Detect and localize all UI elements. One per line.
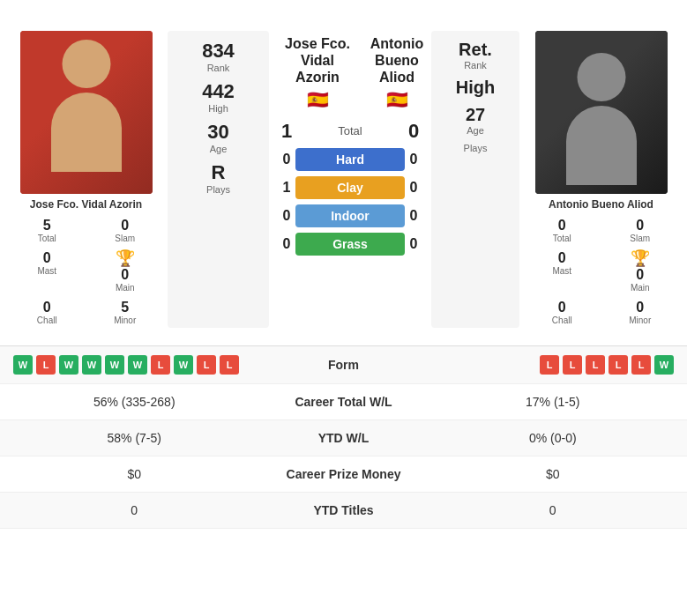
stat-row: 0YTD Titles0: [0, 493, 687, 529]
stat-row: 56% (335-268)Career Total W/L17% (1-5): [0, 384, 687, 420]
bottom-section: WLWWWWLWLL Form LLLLLW 56% (335-268)Care…: [0, 345, 687, 529]
match-panel: Jose Fco. VidalAzorin 🇪🇸 AntonioBueno Al…: [273, 31, 427, 328]
form-badge-right: L: [631, 355, 651, 375]
stat-row: $0Career Prize Money$0: [0, 456, 687, 493]
form-badge-left: W: [105, 355, 124, 375]
player-right-name: Antonio Bueno Aliod: [549, 198, 653, 211]
form-badge-left: W: [82, 355, 101, 375]
player-right-header-name: AntonioBueno Aliod: [357, 35, 437, 86]
player-right-photo: [535, 31, 668, 194]
main-container: Jose Fco. Vidal Azorin 5 Total 0 Slam 0 …: [0, 0, 687, 529]
form-badge-right: W: [654, 355, 674, 375]
stat-row-left-value: $0: [13, 467, 256, 481]
form-badge-right: L: [609, 355, 628, 375]
player-right-minor: 0 Minor: [602, 297, 679, 328]
trophy-icon-left: 🏆: [116, 249, 135, 267]
player-right-chall: 0 Chall: [524, 297, 601, 328]
player-right-total: 0 Total: [524, 215, 601, 246]
clay-badge: Clay: [295, 176, 405, 199]
player-left-minor: 5 Minor: [87, 297, 164, 328]
indoor-badge: Indoor: [295, 204, 405, 227]
stat-row-left-value: 0: [13, 503, 256, 517]
indoor-row: 0 Indoor 0: [278, 204, 422, 227]
right-age-stat: 27 Age: [466, 105, 485, 136]
right-plays-stat: Plays: [464, 143, 488, 153]
stat-row-center-label: Career Prize Money: [256, 467, 432, 481]
left-plays-stat: R Plays: [206, 161, 230, 195]
stat-row-right-value: 17% (1-5): [432, 395, 675, 409]
player-left-total: 5 Total: [9, 215, 86, 246]
player-right-stats: 0 Total 0 Slam 0 Mast 🏆 0 Main 0: [524, 215, 678, 328]
form-badge-left: W: [128, 355, 147, 375]
form-badge-left: L: [151, 355, 170, 375]
stat-row-left-value: 56% (335-268): [13, 395, 256, 409]
form-badge-left: W: [59, 355, 78, 375]
grass-badge: Grass: [295, 233, 405, 256]
player-left-flag: 🇪🇸: [278, 89, 357, 110]
stat-row-right-value: $0: [432, 467, 675, 481]
stat-row-right-value: 0: [432, 503, 675, 517]
player-right-mast: 0 Mast: [524, 248, 601, 295]
form-badges-left: WLWWWWLWLL: [13, 355, 291, 375]
left-rank-stat: 834 Rank: [202, 40, 235, 73]
player-left-photo: [20, 31, 153, 194]
player-names-header: [0, 0, 687, 18]
form-badge-right: L: [540, 355, 559, 375]
trophy-icon-right: 🏆: [631, 249, 650, 267]
form-row: WLWWWWLWLL Form LLLLLW: [0, 346, 687, 384]
form-badge-left: L: [197, 355, 216, 375]
player-right-slam: 0 Slam: [602, 215, 679, 246]
form-badge-left: W: [174, 355, 193, 375]
stat-row-left-value: 58% (7-5): [13, 431, 256, 445]
stat-row-center-label: Career Total W/L: [256, 395, 432, 409]
form-badge-left: L: [220, 355, 239, 375]
stat-row: 58% (7-5)YTD W/L0% (0-0): [0, 420, 687, 456]
right-high-stat: High: [456, 78, 495, 98]
player-left-trophy: 🏆 0 Main: [87, 248, 164, 295]
form-badge-left: L: [36, 355, 56, 375]
player-left-name: Jose Fco. Vidal Azorin: [30, 198, 142, 211]
right-stats-panel: Ret. Rank High 27 Age Plays: [431, 31, 519, 328]
form-label: Form: [291, 358, 397, 372]
total-score-row: 1 Total 0: [278, 120, 422, 143]
grass-row: 0 Grass 0: [278, 233, 422, 256]
top-section: Jose Fco. Vidal Azorin 5 Total 0 Slam 0 …: [0, 18, 687, 341]
form-badge-right: L: [563, 355, 582, 375]
form-badge-left: W: [13, 355, 33, 375]
right-rank-stat: Ret. Rank: [459, 40, 492, 71]
player-left-header-name: Jose Fco. VidalAzorin: [278, 35, 357, 86]
player-right-flag: 🇪🇸: [357, 89, 437, 110]
left-high-stat: 442 High: [202, 80, 235, 114]
left-age-stat: 30 Age: [207, 121, 228, 154]
player-left-slam: 0 Slam: [87, 215, 164, 246]
hard-badge: Hard: [295, 148, 405, 171]
left-center-panel: 834 Rank 442 High 30 Age R Plays: [168, 31, 269, 328]
clay-row: 1 Clay 0: [278, 176, 422, 199]
hard-row: 0 Hard 0: [278, 148, 422, 171]
form-badge-right: L: [586, 355, 605, 375]
player-right: Antonio Bueno Aliod 0 Total 0 Slam 0 Mas…: [524, 31, 678, 328]
player-right-trophy: 🏆 0 Main: [602, 248, 679, 295]
stat-row-center-label: YTD W/L: [256, 431, 432, 445]
stat-row-right-value: 0% (0-0): [432, 431, 675, 445]
form-badges-right: LLLLLW: [397, 355, 675, 375]
player-left-mast: 0 Mast: [9, 248, 86, 295]
stat-row-center-label: YTD Titles: [256, 503, 432, 517]
player-left: Jose Fco. Vidal Azorin 5 Total 0 Slam 0 …: [9, 31, 163, 328]
player-left-stats: 5 Total 0 Slam 0 Mast 🏆 0 Main 0: [9, 215, 163, 328]
player-left-chall: 0 Chall: [9, 297, 86, 328]
